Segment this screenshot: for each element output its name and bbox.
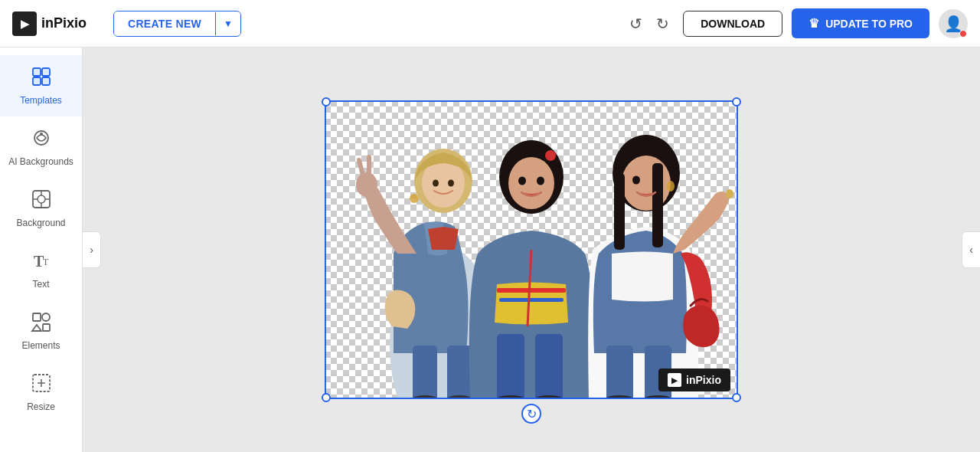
svg-rect-30 (447, 346, 472, 399)
download-button[interactable]: DOWNLOAD (683, 11, 782, 37)
svg-rect-3 (42, 77, 50, 85)
redo-button[interactable]: ↻ (652, 10, 674, 38)
sidebar-item-text-label: Text (32, 279, 49, 290)
sidebar: Templates AI Backgrounds (0, 47, 83, 452)
svg-rect-33 (497, 288, 566, 293)
svg-point-38 (545, 150, 556, 161)
text-icon: T T (31, 250, 52, 274)
undo-button[interactable]: ↺ (625, 10, 647, 38)
logo-text: inPixio (41, 15, 87, 31)
svg-rect-17 (43, 324, 50, 331)
canvas-frame[interactable]: inPixio ↻ (325, 100, 738, 399)
create-new-group: CREATE NEW ▼ (113, 11, 241, 37)
undo-redo-group: ↺ ↻ (625, 10, 674, 38)
avatar-notification-dot (959, 30, 967, 38)
svg-rect-42 (535, 334, 563, 399)
watermark-icon (668, 373, 681, 387)
templates-icon (31, 66, 52, 90)
svg-line-23 (359, 160, 363, 175)
svg-point-39 (518, 177, 526, 185)
svg-rect-34 (499, 298, 564, 302)
svg-point-40 (537, 177, 544, 185)
svg-point-52 (726, 189, 733, 198)
svg-rect-14 (33, 313, 41, 321)
collapse-left-button[interactable]: › (83, 231, 101, 268)
svg-point-15 (42, 313, 50, 321)
canvas-svg (325, 100, 738, 399)
sidebar-item-background[interactable]: Background (0, 178, 82, 239)
ai-backgrounds-icon (31, 127, 52, 152)
watermark: inPixio (658, 368, 730, 391)
sidebar-item-ai-backgrounds-label: AI Backgrounds (8, 156, 74, 167)
svg-rect-2 (33, 77, 41, 85)
svg-point-50 (652, 176, 660, 185)
svg-marker-16 (32, 325, 41, 331)
svg-rect-53 (606, 346, 633, 399)
svg-point-5 (40, 133, 43, 136)
logo-icon: ▶ (12, 11, 37, 36)
elements-icon (31, 311, 52, 336)
sidebar-item-resize[interactable]: Resize (0, 362, 82, 423)
body: Templates AI Backgrounds (0, 47, 980, 452)
sidebar-item-text[interactable]: T T Text (0, 239, 82, 300)
sidebar-item-elements[interactable]: Elements (0, 300, 82, 362)
logo: ▶ inPixio (12, 11, 104, 36)
background-icon (31, 188, 52, 213)
svg-point-51 (667, 181, 675, 192)
svg-rect-29 (413, 346, 437, 399)
crown-icon: ♛ (808, 16, 819, 31)
rotate-handle[interactable]: ↻ (521, 404, 541, 424)
watermark-text: inPixio (686, 374, 721, 386)
svg-point-28 (448, 180, 454, 187)
svg-point-46 (622, 156, 671, 211)
svg-point-27 (433, 180, 439, 187)
avatar-button[interactable]: 👤 (939, 9, 968, 38)
sidebar-item-elements-label: Elements (21, 340, 60, 351)
avatar-icon: 👤 (944, 15, 963, 33)
resize-icon (31, 372, 52, 397)
svg-point-49 (632, 176, 640, 185)
header: ▶ inPixio CREATE NEW ▼ ↺ ↻ DOWNLOAD ♛ UP… (0, 0, 980, 47)
svg-rect-0 (33, 68, 41, 76)
sidebar-item-background-label: Background (16, 218, 65, 228)
svg-rect-48 (652, 163, 663, 247)
collapse-right-button[interactable]: ‹ (962, 231, 980, 268)
svg-rect-41 (497, 334, 524, 399)
canvas-area: › (83, 47, 980, 452)
svg-point-7 (38, 195, 45, 203)
create-new-button[interactable]: CREATE NEW (114, 11, 215, 36)
pro-label: UPDATE TO PRO (825, 18, 913, 30)
sidebar-item-ai-backgrounds[interactable]: AI Backgrounds (0, 116, 82, 178)
svg-rect-1 (42, 68, 50, 76)
sidebar-item-templates[interactable]: Templates (0, 55, 82, 116)
svg-text:T: T (43, 257, 49, 267)
svg-point-22 (356, 172, 377, 197)
svg-point-57 (410, 194, 419, 203)
pro-button[interactable]: ♛ UPDATE TO PRO (792, 8, 929, 38)
canvas-image: inPixio (325, 100, 738, 399)
sidebar-item-templates-label: Templates (20, 95, 62, 106)
sidebar-item-resize-label: Resize (27, 401, 55, 412)
svg-point-37 (508, 157, 554, 209)
create-new-dropdown-button[interactable]: ▼ (215, 12, 240, 35)
svg-rect-47 (614, 173, 625, 250)
